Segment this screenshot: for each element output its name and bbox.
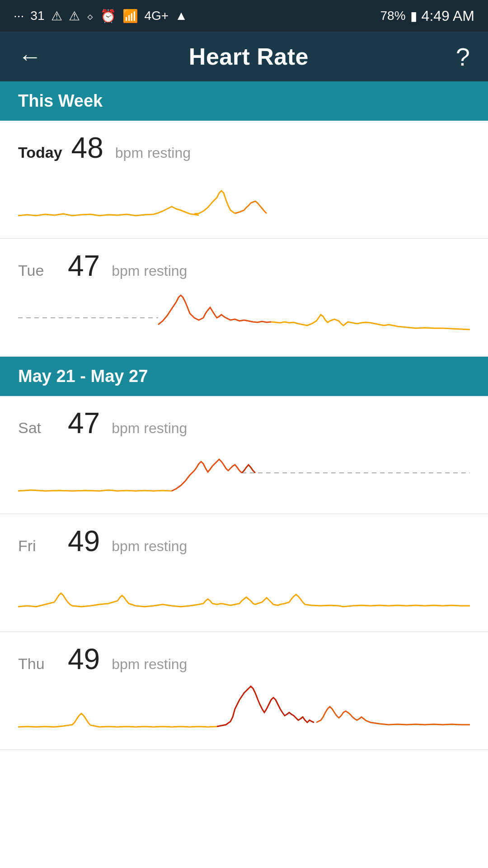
day-unit-today: bpm resting [115, 145, 191, 161]
section-header-may: May 21 - May 27 [0, 357, 488, 396]
wifi-icon: 📶 [122, 9, 138, 24]
day-row-sat: Sat 47 bpm resting [0, 396, 488, 514]
day-label-thu: Thu [18, 655, 59, 673]
help-button[interactable]: ? [456, 42, 470, 71]
day-row-header-fri: Fri 49 bpm resting [18, 527, 470, 556]
warning-icon-1: ⚠ [51, 9, 62, 24]
status-bar-right: 78% ▮ 4:49 AM [380, 8, 474, 24]
day-row-tue: Tue 47 bpm resting [0, 239, 488, 357]
back-button[interactable]: ← [18, 43, 42, 70]
day-bpm-sat: 47 [68, 409, 100, 438]
bluetooth-icon: ⬦ [86, 9, 94, 23]
time-label: 4:49 AM [422, 8, 474, 24]
day-bpm-fri: 49 [68, 527, 100, 556]
status-bar: ··· 31 ⚠ ⚠ ⬦ ⏰ 📶 4G+ ▲ 78% ▮ 4:49 AM [0, 0, 488, 32]
day-label-fri: Fri [18, 537, 59, 555]
section-label-may: May 21 - May 27 [18, 367, 148, 386]
section-header-this-week: This Week [0, 81, 488, 121]
section-label: This Week [18, 91, 103, 110]
signal-icon: ▲ [175, 9, 188, 23]
day-label-sat: Sat [18, 419, 59, 437]
day-row-header-thu: Thu 49 bpm resting [18, 645, 470, 674]
page-title: Heart Rate [189, 43, 309, 70]
app-header: ← Heart Rate ? [0, 32, 488, 81]
day-unit-tue: bpm resting [112, 263, 187, 279]
day-row-fri: Fri 49 bpm resting [0, 514, 488, 632]
day-row-thu: Thu 49 bpm resting [0, 632, 488, 750]
chart-thu [18, 682, 470, 741]
day-bpm-today: 48 [71, 133, 103, 162]
status-bar-left: ··· 31 ⚠ ⚠ ⬦ ⏰ 📶 4G+ ▲ [14, 9, 188, 24]
day-unit-sat: bpm resting [112, 420, 187, 437]
day-label-tue: Tue [18, 262, 59, 279]
day-row-header-sat: Sat 47 bpm resting [18, 409, 470, 438]
battery-label: 78% [380, 9, 406, 23]
day-row-today: Today 48 bpm resting [0, 121, 488, 239]
chart-tue [18, 288, 470, 347]
chart-sat [18, 446, 470, 505]
calendar-icon: 31 [30, 9, 44, 23]
chart-fri [18, 564, 470, 623]
chart-today [18, 170, 470, 229]
day-bpm-thu: 49 [68, 645, 100, 674]
alarm-icon: ⏰ [100, 9, 116, 24]
day-label-today: Today [18, 144, 62, 161]
battery-icon: ▮ [410, 9, 417, 24]
day-row-header-tue: Tue 47 bpm resting [18, 251, 470, 280]
network-label: 4G+ [145, 9, 169, 23]
day-unit-fri: bpm resting [112, 538, 187, 555]
day-unit-thu: bpm resting [112, 656, 187, 673]
day-bpm-tue: 47 [68, 251, 100, 280]
notification-icon: ··· [14, 9, 24, 23]
warning-icon-2: ⚠ [69, 9, 80, 24]
day-row-header-today: Today 48 bpm resting [18, 133, 470, 162]
